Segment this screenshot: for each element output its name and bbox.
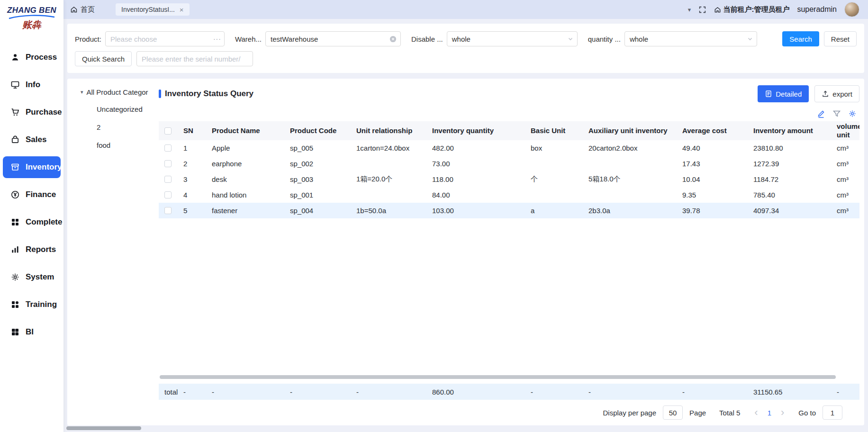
sidebar-item-info[interactable]: Info xyxy=(3,74,61,96)
page-label: Page xyxy=(689,409,706,417)
col-header-product-code[interactable]: Product Code xyxy=(284,121,351,140)
cell-product-code: sp_004 xyxy=(284,203,351,218)
col-header-product-name[interactable]: Product Name xyxy=(206,121,284,140)
ellipsis-icon[interactable]: ··· xyxy=(213,35,221,43)
quantity-select[interactable]: whole xyxy=(624,31,757,46)
username[interactable]: superadmin xyxy=(797,5,837,14)
gear-icon xyxy=(10,272,20,282)
select-all-checkbox[interactable] xyxy=(164,127,172,135)
sidebar-item-sales[interactable]: Sales xyxy=(3,129,61,151)
tabs-dropdown-icon[interactable]: ▾ xyxy=(688,6,691,13)
tab-inventory-status[interactable]: InventoryStatusI... × xyxy=(116,3,190,16)
cell-sn: 5 xyxy=(178,203,206,218)
row-checkbox[interactable] xyxy=(164,207,172,214)
current-page-button[interactable]: 1 xyxy=(766,409,773,417)
product-input[interactable] xyxy=(106,32,224,46)
tree-root-all-categories[interactable]: ▾ All Product Categor xyxy=(81,88,159,96)
tree-item-2[interactable]: 2 xyxy=(97,123,159,131)
row-checkbox[interactable] xyxy=(164,144,172,152)
cell-product-name: desk xyxy=(206,171,284,187)
sidebar-item-purchase[interactable]: Purchase xyxy=(3,101,61,123)
sidebar-item-system[interactable]: System xyxy=(3,266,61,288)
serial-field[interactable] xyxy=(136,51,253,66)
page-size-input[interactable] xyxy=(663,405,683,420)
edit-pen-icon[interactable] xyxy=(817,109,825,118)
sidebar-item-training[interactable]: Training xyxy=(3,294,61,315)
page-hscrollbar-thumb[interactable] xyxy=(66,426,141,430)
warehouse-field[interactable] xyxy=(265,31,401,46)
filter-funnel-icon[interactable] xyxy=(832,109,841,118)
inventory-table: SN Product Name Product Code Unit relati… xyxy=(159,121,859,425)
disable-select-value: whole xyxy=(452,35,470,43)
prev-page-icon[interactable]: ‹ xyxy=(753,407,759,418)
content-area: Product: ··· Wareh... Disable ... xyxy=(63,19,868,432)
sidebar-item-process[interactable]: Process xyxy=(3,46,61,68)
table-row[interactable]: 1 Apple sp_005 1carton=24.0box 482.00 bo… xyxy=(159,140,859,156)
reset-button[interactable]: Reset xyxy=(824,31,857,46)
sidebar: ZHANG BEN 账犇 Process Info Purchase Sales xyxy=(0,0,63,432)
home-tab[interactable]: 首页 xyxy=(70,5,95,14)
close-icon[interactable]: × xyxy=(180,6,184,13)
product-picker[interactable]: ··· xyxy=(105,31,225,46)
tenant-home-icon xyxy=(714,6,721,13)
panel-main: Inventory Status Query Detailed export xyxy=(159,79,864,425)
goto-label: Go to xyxy=(798,409,816,417)
cell-basic-unit: box xyxy=(525,140,583,156)
tree-expand-icon[interactable]: ▾ xyxy=(81,89,83,95)
cell-unit-relationship xyxy=(351,156,426,171)
table-row[interactable]: 3 desk sp_003 1箱=20.0个 118.00 个 5箱18.0个 … xyxy=(159,171,859,187)
col-header-sn[interactable]: SN xyxy=(178,121,206,140)
col-header-inventory-quantity[interactable]: Inventory quantity xyxy=(426,121,525,140)
search-button[interactable]: Search xyxy=(782,31,819,46)
disable-select[interactable]: whole xyxy=(447,31,578,46)
cell-auxiliary-unit: 5箱18.0个 xyxy=(583,171,677,187)
goto-page-input[interactable] xyxy=(823,405,842,420)
export-button[interactable]: export xyxy=(814,85,859,102)
cell-unit-relationship: 1b=50.0a xyxy=(351,203,426,218)
serial-input[interactable] xyxy=(137,52,253,66)
sidebar-item-reports[interactable]: Reports xyxy=(3,239,61,261)
display-per-page-label: Display per page xyxy=(603,409,656,417)
total-unit-relationship: - xyxy=(351,384,426,400)
sidebar-item-finance[interactable]: Finance xyxy=(3,184,61,206)
table-row[interactable]: 4 hand lotion sp_001 84.00 9.35 785.40 c… xyxy=(159,187,859,203)
warehouse-input[interactable] xyxy=(266,32,400,46)
table-row-selected[interactable]: 5 fastener sp_004 1b=50.0a 103.00 a 2b3.… xyxy=(159,203,859,218)
table-toolbar xyxy=(159,106,859,121)
cell-basic-unit: a xyxy=(525,203,583,218)
col-header-inventory-amount[interactable]: Inventory amount xyxy=(748,121,831,140)
quick-search-button[interactable]: Quick Search xyxy=(75,51,132,66)
fullscreen-icon[interactable] xyxy=(698,6,706,14)
filter-row-1: Product: ··· Wareh... Disable ... xyxy=(75,31,857,46)
detailed-button[interactable]: Detailed xyxy=(758,85,809,102)
tree-root-label: All Product Categor xyxy=(87,88,148,96)
table-row[interactable]: 2 earphone sp_002 73.00 17.43 1272.39 cm… xyxy=(159,156,859,171)
tenant-info[interactable]: 当前租户:管理员租户 xyxy=(714,5,789,14)
cell-checkbox xyxy=(159,203,178,218)
next-page-icon[interactable]: › xyxy=(780,407,785,418)
brand-name-cn: 账犇 xyxy=(0,18,63,31)
row-checkbox[interactable] xyxy=(164,160,172,167)
tree-item-food[interactable]: food xyxy=(97,141,159,149)
sidebar-item-bi[interactable]: BI xyxy=(3,321,61,343)
sidebar-item-complete[interactable]: Complete xyxy=(3,211,61,233)
tree-item-uncategorized[interactable]: Uncategorized xyxy=(97,105,159,113)
cell-product-code: sp_003 xyxy=(284,171,351,187)
col-header-basic-unit[interactable]: Basic Unit xyxy=(525,121,583,140)
col-header-unit-relationship[interactable]: Unit relationship xyxy=(351,121,426,140)
row-checkbox[interactable] xyxy=(164,191,172,198)
total-product-code: - xyxy=(284,384,351,400)
col-header-volume-unit[interactable]: volume unit xyxy=(831,121,859,140)
col-header-average-cost[interactable]: Average cost xyxy=(677,121,748,140)
total-label: total xyxy=(159,384,178,400)
col-header-auxiliary-unit[interactable]: Auxiliary unit inventory xyxy=(583,121,677,140)
sidebar-item-inventory[interactable]: Inventory xyxy=(3,156,61,178)
cell-auxiliary-unit xyxy=(583,156,677,171)
avatar[interactable] xyxy=(844,2,859,17)
table-hscrollbar-thumb[interactable] xyxy=(160,375,836,379)
clear-icon[interactable] xyxy=(389,36,397,43)
cell-basic-unit xyxy=(525,187,583,203)
row-checkbox[interactable] xyxy=(164,176,172,183)
settings-gear-icon[interactable] xyxy=(848,109,857,118)
document-icon xyxy=(765,90,772,98)
